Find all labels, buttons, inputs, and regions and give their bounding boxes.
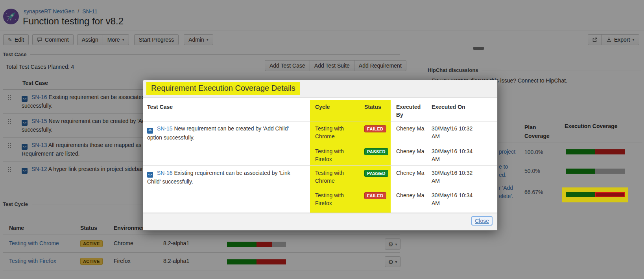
highlight-annotation bbox=[562, 187, 628, 202]
dialog-test-case-cell: <> SN-15 New requirement can be created … bbox=[143, 121, 311, 144]
col-test-case: Test Case bbox=[143, 98, 311, 121]
dialog-status-cell: FAILED bbox=[362, 121, 393, 144]
dialog-executed-on-cell: 30/May/16 10:34 AM bbox=[429, 144, 497, 165]
dialog-footer: Close bbox=[143, 213, 497, 230]
dialog-cycle-cell: Testing with Chrome bbox=[311, 121, 362, 144]
dialog-status-cell: PASSED bbox=[362, 166, 393, 188]
test-case-key-link[interactable]: SN-15 bbox=[157, 125, 173, 132]
dialog-executed-by-cell: Cheney Ma bbox=[393, 121, 429, 144]
dialog-title: Requirement Execution Coverage Details bbox=[146, 82, 300, 95]
test-case-key-link[interactable]: SN-16 bbox=[157, 170, 173, 176]
dialog-row: <> Testing with Firefox PASSED Cheney Ma… bbox=[143, 144, 497, 166]
dialog-cycle-cell: Testing with Chrome bbox=[311, 166, 362, 188]
dialog-header: Requirement Execution Coverage Details bbox=[143, 80, 497, 98]
dialog-body: Test Case Cycle Status Executed By Execu… bbox=[143, 98, 497, 213]
dialog-test-case-cell: <> bbox=[143, 188, 311, 209]
execution-coverage-bar bbox=[566, 192, 625, 197]
dialog-status-cell: FAILED bbox=[362, 188, 393, 209]
dialog-executed-on-cell: 30/May/16 10:32 AM bbox=[429, 121, 497, 144]
close-link[interactable]: Close bbox=[471, 216, 493, 226]
dialog-executed-by-cell: Cheney Ma bbox=[393, 188, 429, 209]
dialog-test-case-cell: <> bbox=[143, 144, 311, 165]
dialog-cycle-cell: Testing with Firefox bbox=[311, 188, 362, 209]
col-executed-by: Executed By bbox=[393, 98, 429, 121]
dialog-row: <> SN-15 New requirement can be created … bbox=[143, 121, 497, 144]
col-executed-on: Executed On bbox=[429, 98, 497, 121]
issue-page: synapseRT NextGen / SN-11 Function testi… bbox=[0, 0, 644, 279]
status-badge: PASSED bbox=[364, 148, 388, 155]
status-badge: FAILED bbox=[364, 125, 386, 132]
dialog-row: <> Testing with Firefox FAILED Cheney Ma… bbox=[143, 188, 497, 209]
dialog-table-header: Test Case Cycle Status Executed By Execu… bbox=[143, 98, 497, 121]
dialog-executed-by-cell: Cheney Ma bbox=[393, 166, 429, 188]
requirement-coverage-dialog: Requirement Execution Coverage Details T… bbox=[143, 80, 498, 231]
status-badge: FAILED bbox=[364, 192, 386, 199]
status-badge: PASSED bbox=[364, 170, 388, 177]
dialog-test-case-cell: <> SN-16 Existing requirement can be ass… bbox=[143, 166, 311, 188]
col-cycle: Cycle bbox=[311, 98, 362, 121]
dialog-cycle-cell: Testing with Firefox bbox=[311, 144, 362, 165]
dialog-row: <> SN-16 Existing requirement can be ass… bbox=[143, 166, 497, 189]
dialog-executed-on-cell: 30/May/16 10:32 AM bbox=[429, 166, 497, 188]
dialog-executed-on-cell: 30/May/16 10:34 AM bbox=[429, 188, 497, 209]
test-case-icon: <> bbox=[147, 128, 153, 134]
dialog-executed-by-cell: Cheney Ma bbox=[393, 144, 429, 165]
test-case-icon: <> bbox=[147, 172, 153, 178]
col-status: Status bbox=[362, 98, 393, 121]
dialog-status-cell: PASSED bbox=[362, 144, 393, 165]
